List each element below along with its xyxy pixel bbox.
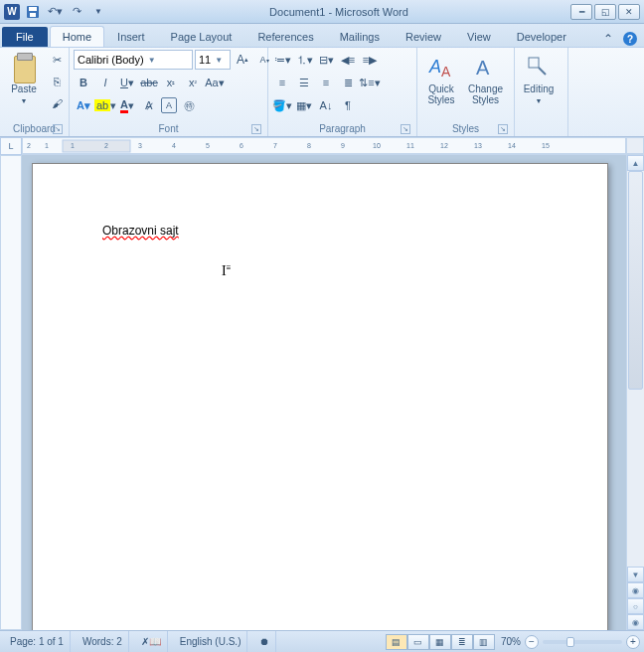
browse-object-icon[interactable]: ○ bbox=[627, 598, 644, 614]
font-color-icon[interactable]: A▾ bbox=[117, 95, 137, 115]
grow-font-icon[interactable]: A▴ bbox=[233, 50, 252, 70]
scroll-track[interactable] bbox=[627, 171, 644, 567]
multilevel-list-icon[interactable]: ⊟▾ bbox=[316, 50, 336, 70]
increase-indent-icon[interactable]: ≡▶ bbox=[360, 50, 380, 70]
page-status[interactable]: Page: 1 of 1 bbox=[4, 631, 71, 652]
vertical-scrollbar[interactable]: ▲ ▼ ◉ ○ ◉ bbox=[626, 155, 644, 630]
scroll-up-icon[interactable]: ▲ bbox=[627, 155, 644, 171]
zoom-slider[interactable] bbox=[543, 640, 622, 644]
tab-page-layout[interactable]: Page Layout bbox=[158, 26, 245, 47]
window-title: Document1 - Microsoft Word bbox=[107, 6, 570, 18]
proofing-icon[interactable]: ✗📖 bbox=[135, 631, 168, 652]
tab-mailings[interactable]: Mailings bbox=[327, 26, 393, 47]
shading-icon[interactable]: 🪣▾ bbox=[272, 95, 292, 115]
qat-customize-icon[interactable]: ▼ bbox=[89, 3, 107, 21]
quick-styles-button[interactable]: AA Quick Styles bbox=[421, 50, 461, 107]
minimize-ribbon-icon[interactable]: ⌃ bbox=[600, 31, 616, 47]
font-name-combo[interactable]: Calibri (Body)▼ bbox=[74, 50, 193, 70]
justify-icon[interactable]: ≣ bbox=[338, 73, 358, 92]
ruler-row: L 21 123456789101112131415 bbox=[0, 137, 644, 155]
numbering-icon[interactable]: ⒈▾ bbox=[294, 50, 314, 70]
font-launcher[interactable]: ↘ bbox=[251, 124, 261, 134]
format-painter-icon[interactable]: 🖌 bbox=[47, 93, 67, 113]
print-layout-view-icon[interactable]: ▤ bbox=[386, 634, 407, 650]
bold-icon[interactable]: B bbox=[74, 73, 93, 92]
character-border-icon[interactable]: A bbox=[161, 97, 177, 113]
scroll-down-icon[interactable]: ▼ bbox=[627, 567, 644, 582]
restore-button[interactable]: ◱ bbox=[594, 4, 616, 20]
find-icon bbox=[523, 52, 555, 83]
macro-record-icon[interactable]: ⏺ bbox=[253, 631, 276, 652]
clear-formatting-icon[interactable]: A̷ bbox=[139, 95, 159, 115]
strikethrough-icon[interactable]: abc bbox=[139, 73, 159, 92]
full-screen-view-icon[interactable]: ▭ bbox=[407, 634, 429, 650]
svg-rect-2 bbox=[30, 13, 36, 17]
redo-icon[interactable]: ↷ bbox=[68, 3, 85, 21]
sort-icon[interactable]: A↓ bbox=[316, 95, 336, 115]
borders-icon[interactable]: ▦▾ bbox=[294, 95, 314, 115]
tab-view[interactable]: View bbox=[454, 26, 504, 47]
vertical-ruler[interactable] bbox=[0, 155, 22, 630]
tab-insert[interactable]: Insert bbox=[104, 26, 158, 47]
svg-text:4: 4 bbox=[172, 142, 176, 149]
enclose-char-icon[interactable]: ㊕ bbox=[179, 95, 199, 115]
word-count[interactable]: Words: 2 bbox=[77, 631, 129, 652]
file-tab[interactable]: File bbox=[2, 27, 48, 47]
clipboard-launcher[interactable]: ↘ bbox=[53, 124, 63, 134]
scroll-thumb[interactable] bbox=[628, 171, 643, 390]
styles-launcher[interactable]: ↘ bbox=[498, 124, 508, 134]
zoom-level[interactable]: 70% bbox=[501, 636, 521, 647]
copy-icon[interactable]: ⎘ bbox=[47, 72, 67, 91]
outline-view-icon[interactable]: ≣ bbox=[451, 634, 473, 650]
tab-review[interactable]: Review bbox=[393, 26, 454, 47]
prev-page-icon[interactable]: ◉ bbox=[627, 582, 644, 598]
text-cursor-icon: I≡ bbox=[222, 263, 231, 279]
save-icon[interactable] bbox=[24, 3, 42, 21]
change-case-icon[interactable]: Aa▾ bbox=[205, 73, 225, 92]
zoom-in-button[interactable]: + bbox=[626, 635, 640, 649]
document-text[interactable]: Obrazovni sajt bbox=[102, 224, 179, 238]
zoom-control: 70% − + bbox=[501, 635, 640, 649]
close-button[interactable]: ✕ bbox=[618, 4, 640, 20]
subscript-icon[interactable]: x₂ bbox=[161, 73, 181, 92]
italic-icon[interactable]: I bbox=[95, 73, 115, 92]
svg-text:1: 1 bbox=[45, 142, 49, 149]
tab-home[interactable]: Home bbox=[50, 26, 104, 47]
tab-selector[interactable]: L bbox=[0, 137, 22, 155]
highlight-icon[interactable]: ab▾ bbox=[95, 95, 115, 115]
horizontal-ruler[interactable]: 21 123456789101112131415 bbox=[22, 137, 626, 154]
superscript-icon[interactable]: x² bbox=[183, 73, 203, 92]
decrease-indent-icon[interactable]: ◀≡ bbox=[338, 50, 358, 70]
draft-view-icon[interactable]: ▥ bbox=[473, 634, 495, 650]
minimize-button[interactable]: ━ bbox=[570, 4, 592, 20]
language-status[interactable]: English (U.S.) bbox=[174, 631, 248, 652]
view-buttons: ▤ ▭ ▦ ≣ ▥ bbox=[386, 634, 495, 650]
font-size-combo[interactable]: 11▼ bbox=[195, 50, 231, 70]
show-marks-icon[interactable]: ¶ bbox=[338, 95, 358, 115]
bullets-icon[interactable]: ≔▾ bbox=[272, 50, 292, 70]
text-effects-icon[interactable]: A▾ bbox=[74, 95, 93, 115]
help-icon[interactable]: ? bbox=[622, 31, 638, 47]
zoom-out-button[interactable]: − bbox=[525, 635, 539, 649]
web-layout-view-icon[interactable]: ▦ bbox=[429, 634, 451, 650]
ruler-toggle[interactable] bbox=[626, 137, 644, 154]
cut-icon[interactable]: ✂ bbox=[47, 50, 67, 70]
undo-icon[interactable]: ↶▾ bbox=[46, 3, 64, 21]
underline-icon[interactable]: U▾ bbox=[117, 73, 137, 92]
align-center-icon[interactable]: ☰ bbox=[294, 73, 314, 92]
paragraph-launcher[interactable]: ↘ bbox=[401, 124, 410, 134]
quick-access-toolbar: ↶▾ ↷ ▼ bbox=[24, 3, 107, 21]
editing-button[interactable]: Editing▼ bbox=[519, 50, 559, 107]
group-paragraph: ≔▾ ⒈▾ ⊟▾ ◀≡ ≡▶ ≡ ☰ ≡ ≣ ⇅≡▾ 🪣▾ ▦▾ A↓ ¶ Pa… bbox=[268, 48, 417, 136]
tab-references[interactable]: References bbox=[244, 26, 326, 47]
align-left-icon[interactable]: ≡ bbox=[272, 73, 292, 92]
change-styles-button[interactable]: A Change Styles bbox=[464, 50, 507, 107]
zoom-thumb[interactable] bbox=[566, 637, 574, 647]
paste-button[interactable]: Paste▼ bbox=[4, 50, 44, 107]
align-right-icon[interactable]: ≡ bbox=[316, 73, 336, 92]
document-viewport[interactable]: Obrazovni sajt I≡ bbox=[22, 155, 626, 630]
page[interactable]: Obrazovni sajt I≡ bbox=[32, 163, 608, 630]
line-spacing-icon[interactable]: ⇅≡▾ bbox=[360, 73, 380, 92]
tab-developer[interactable]: Developer bbox=[504, 26, 579, 47]
next-page-icon[interactable]: ◉ bbox=[627, 614, 644, 630]
